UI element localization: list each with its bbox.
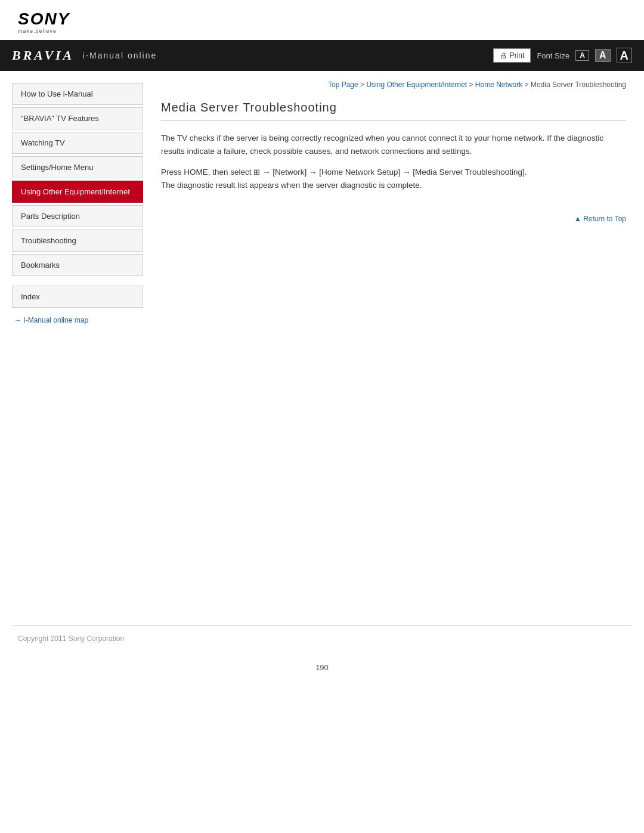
breadcrumb-home-network[interactable]: Home Network xyxy=(475,80,522,89)
sidebar-item-settings[interactable]: Settings/Home Menu xyxy=(12,156,143,178)
print-button[interactable]: 🖨 Print xyxy=(493,48,531,63)
footer: Copyright 2011 Sony Corporation xyxy=(0,626,644,651)
sidebar-item-bravia-features[interactable]: "BRAVIA" TV Features xyxy=(12,107,143,129)
content-paragraph-1: The TV checks if the server is being cor… xyxy=(161,132,626,157)
sidebar-item-bookmarks[interactable]: Bookmarks xyxy=(12,254,143,276)
content-area: Top Page > Using Other Equipment/Interne… xyxy=(143,71,644,608)
font-small-button[interactable]: A xyxy=(575,50,589,61)
sidebar-item-parts[interactable]: Parts Description xyxy=(12,205,143,227)
breadcrumb-sep2: > xyxy=(469,80,475,89)
print-label: Print xyxy=(510,51,525,60)
sidebar-item-troubleshooting[interactable]: Troubleshooting xyxy=(12,230,143,252)
breadcrumb: Top Page > Using Other Equipment/Interne… xyxy=(161,80,626,89)
sidebar-item-using-other[interactable]: Using Other Equipment/Internet xyxy=(12,181,143,203)
print-icon: 🖨 xyxy=(500,51,507,60)
imanual-map-link[interactable]: → i-Manual online map xyxy=(12,316,143,324)
bravia-brand-text: BRAVIA xyxy=(12,48,74,63)
content-paragraph-2: Press HOME, then select ⊞ → [Network] → … xyxy=(161,166,626,191)
main-wrapper: How to Use i-Manual "BRAVIA" TV Features… xyxy=(0,71,644,608)
sidebar-item-index[interactable]: Index xyxy=(12,286,143,308)
return-top-link[interactable]: ▲ Return to Top xyxy=(574,215,626,223)
font-medium-button[interactable]: A xyxy=(595,49,611,62)
sidebar-item-watching-tv[interactable]: Watching TV xyxy=(12,132,143,154)
arrow-icon: → xyxy=(14,316,21,324)
bravia-title: BRAVIA i-Manual online xyxy=(12,48,157,63)
sony-tagline: make.believe xyxy=(18,28,626,34)
content-paragraph-3: The diagnostic result list appears when … xyxy=(161,181,422,190)
font-large-button[interactable]: A xyxy=(617,48,632,63)
sidebar-item-how-to-use[interactable]: How to Use i-Manual xyxy=(12,83,143,105)
logo-bar: SONY make.believe xyxy=(0,0,644,40)
imanual-subtitle: i-Manual online xyxy=(82,51,157,60)
content-body: The TV checks if the server is being cor… xyxy=(161,132,626,192)
sidebar: How to Use i-Manual "BRAVIA" TV Features… xyxy=(0,71,143,608)
return-to-top: ▲ Return to Top xyxy=(161,210,626,223)
breadcrumb-using[interactable]: Using Other Equipment/Internet xyxy=(366,80,467,89)
paragraph2-prefix: Press HOME, then select xyxy=(161,168,253,176)
breadcrumb-current: Media Server Troubleshooting xyxy=(531,80,626,89)
breadcrumb-top-page[interactable]: Top Page xyxy=(328,80,358,89)
paragraph2-middle: → [Network] → [Home Network Setup] → [Me… xyxy=(262,168,527,176)
breadcrumb-sep1: > xyxy=(360,80,366,89)
top-nav-bar: BRAVIA i-Manual online 🖨 Print Font Size… xyxy=(0,40,644,71)
breadcrumb-sep3: > xyxy=(525,80,531,89)
page-title: Media Server Troubleshooting xyxy=(161,101,626,121)
copyright-text: Copyright 2011 Sony Corporation xyxy=(18,634,124,643)
sony-logo: SONY xyxy=(18,11,626,27)
network-icon: ⊞ xyxy=(253,166,260,179)
font-size-label: Font Size xyxy=(537,51,569,60)
nav-controls: 🖨 Print Font Size A A A xyxy=(493,48,632,63)
page-number: 190 xyxy=(0,651,644,690)
